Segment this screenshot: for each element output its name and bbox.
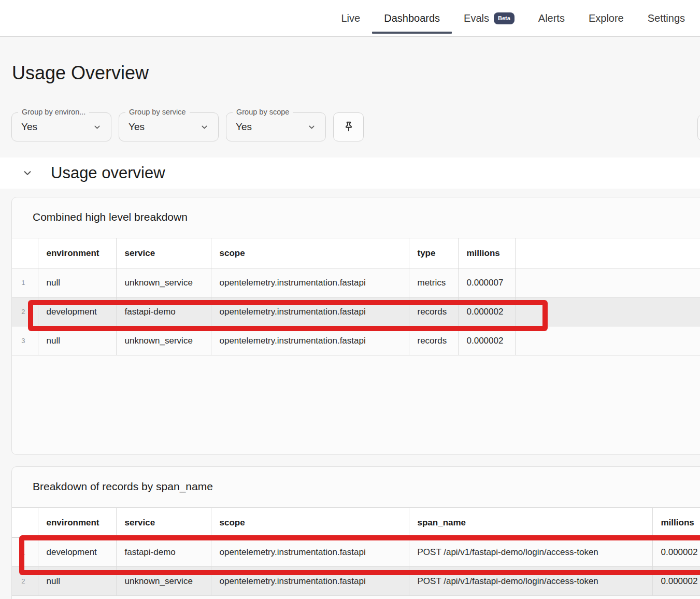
span-name-breakdown-table: environment service scope span_name mill… <box>12 507 700 596</box>
page-title: Usage Overview <box>12 62 700 84</box>
group-by-scope-select[interactable]: Group by scope Yes <box>226 112 326 141</box>
cell-environment: development <box>38 297 116 326</box>
column-header-service: service <box>116 508 211 538</box>
panel-combined-breakdown: Combined high level breakdown environmen… <box>11 197 700 455</box>
nav-tab-evals-label: Evals <box>464 12 489 24</box>
collapse-chevron-icon[interactable] <box>22 167 33 179</box>
cell-span-name: POST /api/v1/fastapi-demo/login/access-t… <box>409 538 652 567</box>
column-header-millions: millions <box>652 508 700 538</box>
section-title: Usage overview <box>51 164 165 182</box>
nav-tab-explore-label: Explore <box>589 12 624 24</box>
cell-environment: null <box>38 326 116 355</box>
section-header: Usage overview <box>0 158 700 189</box>
group-by-environment-label: Group by environ... <box>18 108 89 116</box>
cell-filler <box>515 326 700 355</box>
panel-title: Breakdown of records by span_name <box>12 467 700 494</box>
column-header-span-name: span_name <box>409 508 652 538</box>
pin-icon <box>342 120 355 134</box>
cell-millions: 0.000002 <box>458 297 515 326</box>
nav-tab-alerts[interactable]: Alerts <box>526 0 577 36</box>
nav-tab-settings-label: Settings <box>648 12 685 24</box>
cell-scope: opentelemetry.instrumentation.fastapi <box>211 268 409 297</box>
pin-button[interactable] <box>333 112 364 141</box>
cell-service: fastapi-demo <box>116 297 211 326</box>
group-by-environment-value: Yes <box>21 121 37 133</box>
panel-span-name-breakdown: Breakdown of records by span_name enviro… <box>11 466 700 599</box>
cell-type: records <box>409 326 458 355</box>
group-by-environment-select[interactable]: Group by environ... Yes <box>11 112 111 141</box>
cell-filler <box>515 268 700 297</box>
beta-badge: Beta <box>494 12 515 24</box>
nav-tab-settings[interactable]: Settings <box>636 0 697 36</box>
cell-scope: opentelemetry.instrumentation.fastapi <box>211 326 409 355</box>
row-number: 1 <box>12 268 38 297</box>
column-header-scope: scope <box>211 508 409 538</box>
column-header-environment: environment <box>38 238 116 268</box>
group-by-service-select[interactable]: Group by service Yes <box>119 112 219 141</box>
table-row: 1 development fastapi-demo opentelemetry… <box>12 538 700 567</box>
cell-filler <box>515 297 700 326</box>
cell-environment: development <box>38 538 116 567</box>
table-row: 1 null unknown_service opentelemetry.ins… <box>12 268 700 297</box>
cell-millions: 0.000007 <box>458 268 515 297</box>
row-number: 3 <box>12 326 38 355</box>
cell-service: fastapi-demo <box>116 538 211 567</box>
table-row: 3 null unknown_service opentelemetry.ins… <box>12 326 700 355</box>
top-nav: Live Dashboards Evals Beta Alerts Explor… <box>0 0 700 37</box>
column-header-scope: scope <box>211 238 409 268</box>
chevron-down-icon <box>307 123 316 132</box>
column-header-environment: environment <box>38 508 116 538</box>
row-number: 2 <box>12 297 38 326</box>
group-by-scope-label: Group by scope <box>233 108 293 116</box>
cell-scope: opentelemetry.instrumentation.fastapi <box>211 297 409 326</box>
chevron-down-icon <box>93 123 102 132</box>
cell-scope: opentelemetry.instrumentation.fastapi <box>211 567 409 596</box>
cell-service: unknown_service <box>116 567 211 596</box>
table-row-highlighted: 2 null unknown_service opentelemetry.ins… <box>12 567 700 596</box>
row-number: 1 <box>12 538 38 567</box>
table-header-row: environment service scope type millions <box>12 238 700 268</box>
nav-tab-alerts-label: Alerts <box>538 12 565 24</box>
cutoff-control[interactable] <box>697 115 700 141</box>
cell-scope: opentelemetry.instrumentation.fastapi <box>211 538 409 567</box>
column-header-millions: millions <box>458 238 515 268</box>
nav-tab-dashboards-label: Dashboards <box>384 12 440 24</box>
column-header-service: service <box>116 238 211 268</box>
column-header-rownum <box>12 238 38 268</box>
group-by-service-value: Yes <box>128 121 145 133</box>
column-header-rownum <box>12 508 38 538</box>
row-number: 2 <box>12 567 38 596</box>
table-row-highlighted: 2 development fastapi-demo opentelemetry… <box>12 297 700 326</box>
group-by-service-label: Group by service <box>125 108 190 116</box>
cell-service: unknown_service <box>116 326 211 355</box>
combined-breakdown-table: environment service scope type millions … <box>12 238 700 355</box>
cell-millions: 0.000002 <box>652 538 700 567</box>
nav-tab-evals[interactable]: Evals Beta <box>452 0 526 36</box>
nav-tab-live[interactable]: Live <box>330 0 373 36</box>
nav-tab-dashboards[interactable]: Dashboards <box>372 0 452 36</box>
cell-span-name: POST /api/v1/fastapi-demo/login/access-t… <box>409 567 652 596</box>
cell-service: unknown_service <box>116 268 211 297</box>
column-header-type: type <box>409 238 458 268</box>
column-header-filler <box>515 238 700 268</box>
chevron-down-icon <box>200 123 209 132</box>
cell-environment: null <box>38 567 116 596</box>
panel-title: Combined high level breakdown <box>12 197 700 224</box>
cell-type: records <box>409 297 458 326</box>
nav-tab-live-label: Live <box>341 12 361 24</box>
nav-tab-explore[interactable]: Explore <box>577 0 636 36</box>
table-header-row: environment service scope span_name mill… <box>12 508 700 538</box>
filter-row: Group by environ... Yes Group by service… <box>11 112 700 141</box>
cell-environment: null <box>38 268 116 297</box>
cell-millions: 0.000002 <box>652 567 700 596</box>
cell-millions: 0.000002 <box>458 326 515 355</box>
group-by-scope-value: Yes <box>236 121 252 133</box>
cell-type: metrics <box>409 268 458 297</box>
